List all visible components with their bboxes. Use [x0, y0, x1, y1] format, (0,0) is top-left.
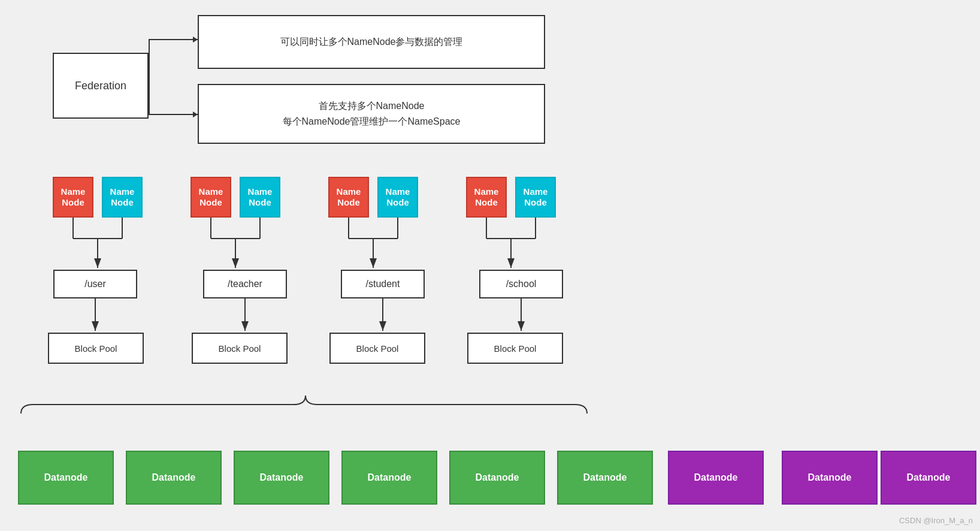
- namenode-1: NameNode: [53, 177, 93, 218]
- info-bottom-line1: 首先支持多个NameNode: [319, 98, 425, 114]
- datanode-green-3: Datanode: [234, 451, 329, 505]
- info-top-text: 可以同时让多个NameNode参与数据的管理: [280, 36, 463, 49]
- federation-label: Federation: [75, 80, 126, 92]
- path-student: /student: [341, 270, 425, 298]
- namenode-6: NameNode: [377, 177, 418, 218]
- block-pool-4: Block Pool: [467, 333, 563, 364]
- arrow-fed-bottom: [149, 114, 198, 115]
- info-bottom-line2: 每个NameNode管理维护一个NameSpace: [283, 114, 461, 129]
- datanode-green-1: Datanode: [18, 451, 114, 505]
- block-pool-3: Block Pool: [329, 333, 425, 364]
- namenode-7: NameNode: [466, 177, 507, 218]
- path-teacher: /teacher: [203, 270, 287, 298]
- datanode-purple-1: Datanode: [668, 451, 764, 505]
- datanode-purple-2: Datanode: [782, 451, 878, 505]
- datanode-green-6: Datanode: [557, 451, 653, 505]
- datanode-green-4: Datanode: [341, 451, 437, 505]
- namenode-2: NameNode: [102, 177, 143, 218]
- datanode-purple-3: Datanode: [881, 451, 976, 505]
- federation-box: Federation: [53, 53, 149, 119]
- watermark: CSDN @Iron_M_a_n: [899, 516, 973, 525]
- info-box-top: 可以同时让多个NameNode参与数据的管理: [198, 15, 545, 69]
- namenode-4: NameNode: [240, 177, 280, 218]
- main-canvas: Federation 可以同时让多个NameNode参与数据的管理 首先支持多个…: [0, 0, 980, 531]
- path-school: /school: [479, 270, 563, 298]
- datanode-green-5: Datanode: [449, 451, 545, 505]
- datanode-green-2: Datanode: [126, 451, 222, 505]
- arrow-fed-top: [149, 39, 198, 40]
- info-box-bottom: 首先支持多个NameNode 每个NameNode管理维护一个NameSpace: [198, 84, 545, 144]
- namenode-3: NameNode: [190, 177, 231, 218]
- path-user: /user: [53, 270, 137, 298]
- namenode-8: NameNode: [515, 177, 556, 218]
- block-pool-2: Block Pool: [192, 333, 288, 364]
- fed-vert-connector: [149, 39, 150, 115]
- block-pool-1: Block Pool: [48, 333, 144, 364]
- namenode-5: NameNode: [328, 177, 369, 218]
